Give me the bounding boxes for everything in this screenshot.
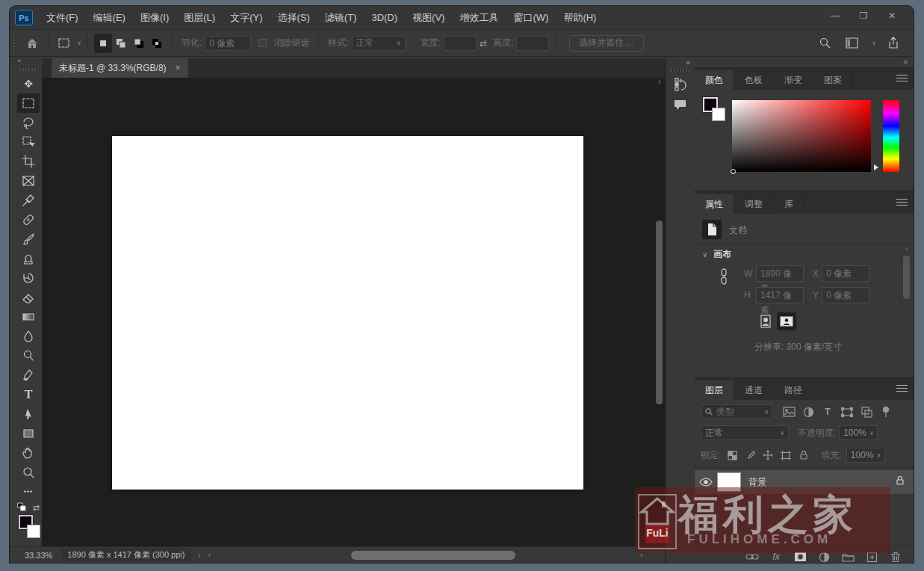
default-colors-icon[interactable] [17, 501, 26, 514]
frame-tool-icon[interactable] [17, 171, 40, 191]
document-canvas[interactable] [112, 136, 583, 490]
layer-thumbnail[interactable] [717, 472, 741, 492]
history-panel-icon[interactable] [670, 75, 691, 94]
tab-layers[interactable]: 图层 [695, 380, 734, 400]
height-input[interactable] [516, 36, 549, 51]
tool-preset-chevron-icon[interactable]: ∨ [77, 40, 81, 46]
background-layer-row[interactable]: 背景 [695, 470, 914, 494]
scroll-up-icon[interactable]: ∧ [902, 245, 911, 253]
move-tool-icon[interactable]: ✥ [17, 74, 40, 93]
lock-transparency-icon[interactable] [725, 448, 739, 463]
new-group-icon[interactable] [840, 550, 855, 563]
saturation-brightness-field[interactable] [732, 100, 871, 172]
menu-file[interactable]: 文件(F) [39, 6, 86, 30]
hue-slider[interactable] [883, 100, 899, 172]
filter-pixel-layers-icon[interactable] [780, 404, 798, 419]
maximize-button[interactable]: ❒ [849, 7, 878, 25]
scroll-right-icon[interactable]: › [640, 550, 643, 559]
document-tab[interactable]: 未标题-1 @ 33.3%(RGB/8) × [52, 58, 188, 78]
pen-tool-icon[interactable] [17, 365, 40, 385]
panel-menu-icon[interactable] [896, 385, 908, 393]
more-tools-icon[interactable]: ••• [17, 482, 40, 501]
dock-collapse-icon[interactable]: « [666, 57, 695, 67]
opacity-input[interactable]: 100% ∨ [839, 425, 878, 440]
blend-mode-select[interactable]: 正常 ∨ [701, 425, 789, 440]
history-brush-tool-icon[interactable] [17, 268, 40, 288]
search-icon[interactable] [815, 34, 834, 53]
menu-view[interactable]: 视图(V) [405, 6, 452, 30]
menu-3d[interactable]: 3D(D) [364, 6, 405, 30]
home-icon[interactable] [22, 34, 42, 53]
canvas-area[interactable]: ∧ ∨ [42, 78, 665, 546]
status-next-icon[interactable]: › [198, 551, 200, 559]
menu-edit[interactable]: 编辑(E) [86, 6, 133, 30]
lock-all-icon[interactable] [797, 448, 810, 463]
background-color-swatch[interactable] [27, 525, 40, 538]
intersect-selection-mode-button[interactable] [148, 34, 166, 53]
new-selection-mode-button[interactable] [94, 34, 112, 53]
menu-plugins[interactable]: 增效工具 [452, 6, 506, 30]
filter-shape-layers-icon[interactable] [838, 404, 856, 419]
menu-select[interactable]: 选择(S) [270, 6, 317, 30]
width-input[interactable] [444, 36, 477, 51]
layer-filter-select[interactable]: 类型 ∨ [701, 404, 772, 419]
menu-filter[interactable]: 滤镜(T) [317, 6, 365, 30]
eraser-tool-icon[interactable] [17, 288, 40, 307]
zoom-level[interactable]: 33.33% [25, 551, 52, 560]
add-to-selection-mode-button[interactable] [112, 34, 130, 53]
menu-image[interactable]: 图像(I) [133, 6, 176, 30]
zoom-tool-icon[interactable] [17, 463, 40, 482]
subtract-from-selection-mode-button[interactable] [130, 34, 148, 53]
document-properties-icon[interactable] [702, 220, 722, 239]
tab-properties[interactable]: 属性 [695, 194, 734, 214]
style-select[interactable]: 正常 ∨ [352, 36, 406, 51]
tab-paths[interactable]: 路径 [774, 380, 813, 400]
tool-preset-icon[interactable] [55, 34, 74, 53]
antialias-checkbox[interactable] [258, 39, 267, 47]
layer-visibility-eye-icon[interactable] [695, 478, 717, 487]
scroll-down-icon[interactable]: ∨ [655, 537, 664, 545]
menu-type[interactable]: 文字(Y) [223, 6, 270, 30]
layer-effects-icon[interactable]: fx [769, 550, 784, 563]
canvas-x-input[interactable]: 0 像素 [822, 265, 869, 282]
panel-menu-icon[interactable] [896, 199, 908, 207]
notes-panel-icon[interactable] [670, 96, 691, 115]
toolbar-expand-icon[interactable]: » [15, 57, 42, 67]
canvas-y-input[interactable]: 0 像素 [822, 287, 869, 303]
crop-tool-icon[interactable] [17, 152, 40, 171]
tab-color[interactable]: 颜色 [695, 70, 734, 90]
object-selection-tool-icon[interactable] [17, 132, 40, 152]
lock-position-icon[interactable] [761, 448, 775, 463]
scroll-up-icon[interactable]: ∧ [655, 78, 664, 85]
tab-libraries[interactable]: 库 [774, 194, 804, 214]
background-color-swatch[interactable] [712, 108, 725, 121]
rectangular-marquee-tool-icon[interactable] [17, 93, 40, 113]
properties-scrollbar-thumb[interactable] [903, 256, 910, 299]
chevron-down-icon[interactable]: ∨ [872, 40, 876, 46]
layer-locked-icon[interactable] [896, 475, 905, 489]
share-icon[interactable] [884, 34, 903, 53]
tab-channels[interactable]: 通道 [734, 380, 774, 400]
path-selection-tool-icon[interactable] [17, 404, 40, 424]
minimize-button[interactable]: — [821, 7, 849, 25]
filter-adjustment-layers-icon[interactable] [799, 404, 817, 419]
clone-stamp-tool-icon[interactable] [17, 249, 40, 268]
portrait-orientation-button[interactable] [756, 312, 775, 330]
dodge-tool-icon[interactable] [17, 346, 40, 365]
menu-help[interactable]: 帮助(H) [556, 6, 604, 30]
new-adjustment-layer-icon[interactable] [816, 550, 831, 563]
tab-patterns[interactable]: 图案 [813, 70, 853, 90]
type-tool-icon[interactable]: T [17, 385, 40, 404]
new-layer-icon[interactable] [864, 550, 879, 563]
fill-input[interactable]: 100% ∨ [846, 448, 885, 463]
vertical-scrollbar[interactable]: ∧ ∨ [655, 78, 664, 546]
lock-artboard-icon[interactable] [779, 448, 793, 463]
canvas-height-input[interactable]: 1417 像素 [756, 287, 804, 303]
select-and-mask-button[interactable]: 选择并遮住 ... [569, 35, 643, 52]
close-button[interactable]: ✕ [878, 7, 906, 25]
delete-layer-icon[interactable] [888, 550, 903, 563]
swap-width-height-icon[interactable]: ⇄ [480, 38, 487, 49]
status-prev-icon[interactable]: ‹ [208, 551, 211, 559]
lock-pixels-icon[interactable] [743, 448, 757, 463]
tab-adjustments[interactable]: 调整 [734, 194, 774, 214]
